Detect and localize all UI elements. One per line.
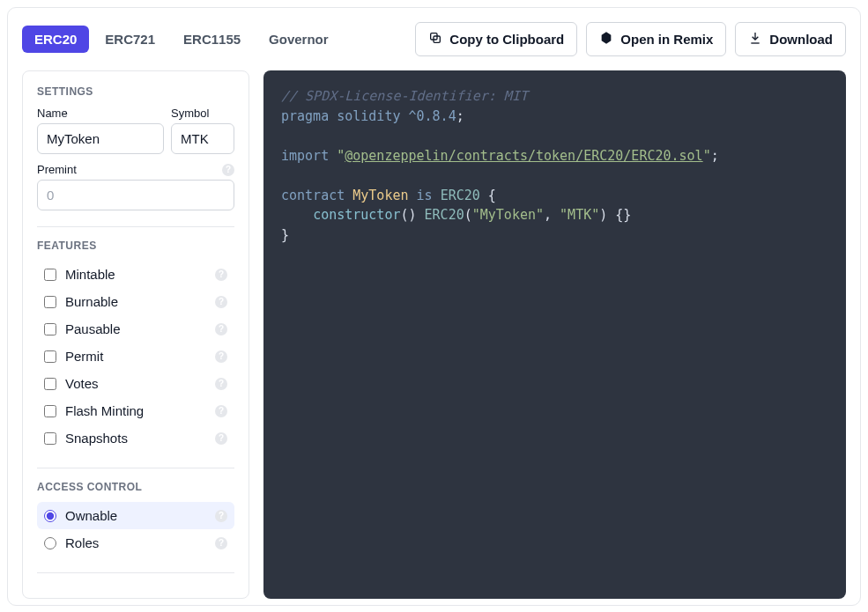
divider (37, 468, 234, 468)
features-heading: FEATURES (37, 240, 234, 252)
feature-row: Mintable? (37, 261, 234, 288)
tab-governor[interactable]: Governor (256, 26, 341, 53)
settings-heading: SETTINGS (37, 85, 234, 98)
tab-erc1155[interactable]: ERC1155 (171, 26, 253, 53)
code-comment: // SPDX-License-Identifier: MIT (281, 88, 528, 104)
feature-row: Flash Minting? (37, 397, 234, 424)
tab-erc721[interactable]: ERC721 (93, 26, 167, 53)
feature-label[interactable]: Burnable (65, 294, 118, 309)
access-radio-roles[interactable] (44, 537, 56, 549)
feature-label[interactable]: Snapshots (65, 431, 128, 446)
action-buttons: Copy to Clipboard Open in Remix Download (415, 22, 846, 56)
copy-to-clipboard-button[interactable]: Copy to Clipboard (415, 22, 577, 56)
help-icon[interactable]: ? (215, 378, 227, 390)
feature-checkbox-burnable[interactable] (44, 296, 56, 308)
feature-checkbox-permit[interactable] (44, 350, 56, 363)
help-icon[interactable]: ? (215, 537, 227, 549)
help-icon[interactable]: ? (215, 510, 227, 522)
feature-checkbox-snapshots[interactable] (44, 432, 56, 445)
help-icon[interactable]: ? (215, 296, 227, 308)
feature-checkbox-mintable[interactable] (44, 269, 56, 281)
download-icon (748, 31, 762, 48)
topbar: ERC20ERC721ERC1155Governor Copy to Clipb… (22, 22, 846, 56)
download-label: Download (769, 32, 833, 47)
divider (37, 572, 234, 573)
symbol-input[interactable] (171, 123, 234, 154)
code-block: // SPDX-License-Identifier: MIT pragma s… (281, 86, 828, 245)
help-icon[interactable]: ? (215, 350, 227, 363)
access-radio-ownable[interactable] (44, 510, 56, 522)
name-input[interactable] (37, 123, 164, 154)
access-row: Roles? (37, 529, 234, 557)
tab-erc20[interactable]: ERC20 (22, 26, 89, 53)
sidebar: SETTINGS Name Symbol Premint ? F (22, 70, 249, 599)
access-label[interactable]: Ownable (65, 508, 117, 523)
feature-row: Permit? (37, 343, 234, 370)
remix-label: Open in Remix (620, 32, 713, 47)
help-icon[interactable]: ? (215, 432, 227, 445)
feature-row: Votes? (37, 370, 234, 397)
symbol-label: Symbol (171, 107, 234, 120)
feature-checkbox-flash-minting[interactable] (44, 405, 56, 417)
copy-label: Copy to Clipboard (449, 32, 564, 47)
premint-input[interactable] (37, 180, 234, 210)
name-label: Name (37, 107, 164, 120)
premint-label: Premint (37, 163, 77, 176)
download-button[interactable]: Download (735, 22, 846, 56)
access-row: Ownable? (37, 502, 234, 529)
feature-label[interactable]: Mintable (65, 267, 115, 282)
feature-row: Burnable? (37, 288, 234, 315)
feature-label[interactable]: Votes (65, 376, 99, 391)
access-label[interactable]: Roles (65, 535, 99, 550)
feature-label[interactable]: Flash Minting (65, 403, 144, 418)
help-icon[interactable]: ? (215, 323, 227, 335)
open-in-remix-button[interactable]: Open in Remix (586, 22, 726, 56)
feature-row: Pausable? (37, 315, 234, 343)
feature-label[interactable]: Pausable (65, 321, 121, 336)
help-icon[interactable]: ? (215, 269, 227, 281)
feature-checkbox-votes[interactable] (44, 378, 56, 390)
feature-row: Snapshots? (37, 424, 234, 452)
remix-icon (599, 31, 613, 48)
divider (37, 226, 234, 227)
help-icon[interactable]: ? (215, 405, 227, 417)
access-control-heading: ACCESS CONTROL (37, 481, 234, 493)
feature-label[interactable]: Permit (65, 349, 103, 364)
help-icon[interactable]: ? (222, 164, 234, 176)
copy-icon (428, 31, 442, 48)
tabs: ERC20ERC721ERC1155Governor (22, 26, 341, 53)
feature-checkbox-pausable[interactable] (44, 323, 56, 335)
code-panel: // SPDX-License-Identifier: MIT pragma s… (263, 70, 846, 599)
